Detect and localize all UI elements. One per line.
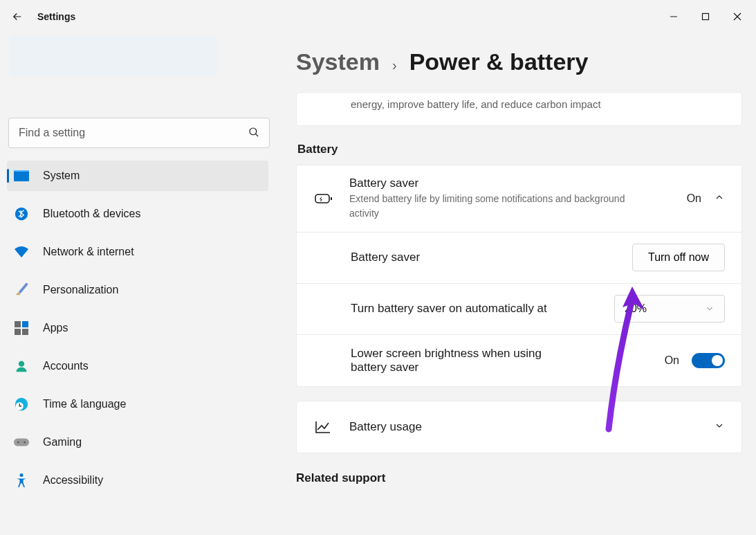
chevron-up-icon[interactable] (714, 192, 725, 206)
minimize-icon (670, 12, 678, 21)
battery-saver-state: On (687, 192, 701, 205)
brightness-toggle[interactable] (692, 353, 725, 368)
sidebar-item-accessibility[interactable]: Accessibility (7, 465, 268, 496)
back-button[interactable] (3, 2, 32, 31)
sidebar-item-apps[interactable]: Apps (7, 313, 268, 343)
svg-rect-6 (14, 170, 29, 181)
sidebar-item-network[interactable]: Network & internet (7, 237, 268, 267)
bluetooth-icon (14, 206, 29, 221)
svg-rect-11 (15, 329, 21, 335)
search-icon (248, 126, 260, 141)
svg-rect-20 (315, 194, 329, 203)
sidebar-item-label: Gaming (43, 436, 82, 448)
sidebar-item-label: Network & internet (43, 246, 134, 258)
battery-usage-card[interactable]: Battery usage (296, 401, 742, 453)
svg-rect-10 (22, 321, 28, 327)
window-title: Settings (37, 11, 75, 22)
svg-rect-9 (15, 321, 21, 327)
main-content: System › Power & battery energy, improve… (275, 33, 756, 535)
clock-globe-icon (14, 397, 29, 412)
battery-saver-icon (313, 192, 333, 205)
battery-saver-card: Battery saver Extend battery life by lim… (296, 165, 742, 387)
accessibility-icon (14, 473, 29, 488)
auto-on-value: 20% (625, 302, 647, 315)
battery-saver-title: Battery saver (349, 176, 670, 190)
sidebar-item-bluetooth[interactable]: Bluetooth & devices (7, 199, 268, 229)
chevron-right-icon: › (392, 57, 397, 73)
auto-on-row: Turn battery saver on automatically at 2… (297, 284, 741, 335)
breadcrumb: System › Power & battery (296, 48, 742, 75)
svg-point-13 (19, 361, 24, 367)
close-button[interactable] (721, 6, 753, 28)
sidebar-item-time-language[interactable]: Time & language (7, 389, 268, 419)
battery-saver-row[interactable]: Battery saver Extend battery life by lim… (297, 165, 741, 233)
sidebar: System Bluetooth & devices Network & int… (0, 33, 275, 535)
section-heading-battery: Battery (297, 143, 742, 156)
svg-point-8 (15, 208, 28, 220)
svg-point-19 (20, 473, 24, 477)
title-bar: Settings (0, 0, 756, 33)
sidebar-item-label: Apps (43, 322, 68, 334)
battery-saver-subtitle: Extend battery life by limiting some not… (349, 192, 626, 221)
brush-icon (14, 282, 29, 298)
sidebar-item-label: Time & language (43, 398, 126, 410)
auto-on-select[interactable]: 20% (614, 295, 725, 323)
brightness-row: Lower screen brightness when using batte… (297, 335, 741, 386)
wifi-icon (14, 244, 29, 260)
svg-line-5 (255, 134, 258, 136)
person-icon (14, 359, 29, 374)
sidebar-item-label: Bluetooth & devices (43, 208, 140, 220)
sidebar-item-accounts[interactable]: Accounts (7, 351, 268, 381)
svg-rect-1 (703, 14, 709, 20)
apps-icon (14, 320, 29, 336)
maximize-button[interactable] (690, 6, 721, 28)
profile-area (10, 36, 268, 84)
breadcrumb-current: Power & battery (409, 48, 589, 75)
chart-icon (313, 420, 333, 434)
chevron-down-icon[interactable] (714, 420, 725, 434)
search-input[interactable] (8, 118, 270, 148)
auto-on-label: Turn battery saver on automatically at (351, 302, 572, 316)
sidebar-item-system[interactable]: System (7, 161, 268, 191)
minimize-button[interactable] (658, 6, 690, 28)
chevron-down-icon (705, 304, 714, 314)
breadcrumb-parent[interactable]: System (296, 48, 380, 75)
sidebar-item-label: Personalization (43, 284, 118, 296)
sidebar-item-label: System (43, 170, 80, 182)
section-heading-related: Related support (296, 471, 742, 485)
battery-saver-label: Battery saver (351, 251, 616, 264)
svg-rect-12 (22, 329, 28, 335)
battery-saver-toggle-row: Battery saver Turn off now (297, 233, 741, 284)
turn-off-now-button[interactable]: Turn off now (632, 244, 725, 271)
svg-rect-16 (14, 439, 29, 446)
display-icon (14, 168, 29, 183)
sidebar-item-label: Accessibility (43, 474, 103, 487)
search-field[interactable] (8, 118, 270, 148)
svg-point-17 (17, 442, 19, 444)
close-icon (733, 12, 741, 21)
svg-point-18 (24, 442, 26, 444)
sidebar-item-label: Accounts (43, 360, 89, 372)
battery-usage-label: Battery usage (349, 420, 697, 434)
sidebar-item-gaming[interactable]: Gaming (7, 427, 268, 457)
arrow-left-icon (11, 10, 24, 23)
profile-redacted (10, 36, 217, 76)
sidebar-item-personalization[interactable]: Personalization (7, 275, 268, 305)
svg-point-4 (250, 128, 257, 135)
window-controls (658, 6, 753, 28)
maximize-icon (701, 12, 710, 21)
energy-recommendations-subtitle: energy, improve battery life, and reduce… (297, 93, 741, 125)
brightness-label: Lower screen brightness when using batte… (351, 347, 551, 374)
gamepad-icon (14, 435, 29, 450)
brightness-state: On (665, 354, 679, 367)
svg-rect-7 (14, 170, 29, 172)
energy-recommendations-card[interactable]: energy, improve battery life, and reduce… (296, 92, 742, 126)
sidebar-nav: System Bluetooth & devices Network & int… (7, 161, 268, 503)
